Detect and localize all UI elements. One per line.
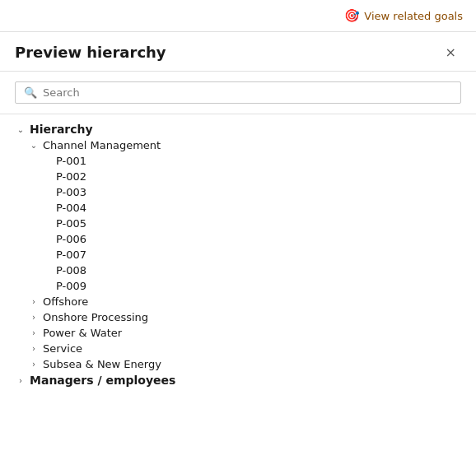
tree-node-row-service[interactable]: › Service (28, 341, 461, 356)
tree-node-label-hierarchy: Hierarchy (30, 123, 93, 136)
list-item: P-007 (41, 247, 461, 263)
list-item: P-006 (41, 231, 461, 247)
tree-node-onshore: › Onshore Processing (28, 309, 461, 325)
tree-node-row-onshore[interactable]: › Onshore Processing (28, 309, 461, 325)
search-container: 🔍 (0, 72, 476, 114)
view-related-goals-link[interactable]: 🎯 View related goals (344, 8, 463, 23)
tree-node-label-subsea: Subsea & New Energy (43, 358, 161, 370)
tree-node-label-power-water: Power & Water (43, 327, 122, 339)
chevron-subsea: › (28, 360, 40, 369)
close-button[interactable]: × (441, 44, 461, 61)
search-input[interactable] (43, 86, 452, 99)
tree-node-label-channel-management: Channel Management (43, 139, 161, 151)
view-related-goals-label: View related goals (364, 10, 463, 22)
tree-node-label-offshore: Offshore (43, 295, 88, 308)
tree-node-subsea: › Subsea & New Energy (28, 356, 461, 372)
chevron-hierarchy: ⌄ (15, 125, 26, 134)
goal-icon: 🎯 (344, 8, 360, 23)
tree-node-power-water: › Power & Water (28, 325, 461, 341)
panel-header: Preview hierarchy × (0, 32, 476, 72)
tree-node-label-managers: Managers / employees (30, 374, 175, 387)
list-item: P-009 (41, 278, 461, 294)
chevron-offshore: › (28, 297, 40, 306)
tree-node-row-channel-management[interactable]: ⌄ Channel Management (28, 137, 461, 153)
tree-node-row-managers[interactable]: › Managers / employees (15, 372, 461, 388)
tree-children-channel-management: P-001 P-002 P-003 P-004 P-005 P-006 P-00… (41, 153, 461, 294)
chevron-managers: › (15, 376, 26, 385)
tree-node-offshore: › Offshore (28, 294, 461, 309)
chevron-service: › (28, 344, 40, 353)
tree-children-hierarchy: ⌄ Channel Management P-001 P-002 P-003 P… (28, 137, 461, 372)
list-item: P-004 (41, 200, 461, 216)
list-item: P-005 (41, 216, 461, 231)
tree-node-hierarchy: ⌄ Hierarchy ⌄ Channel Management P-001 P… (15, 121, 461, 372)
list-item: P-008 (41, 263, 461, 278)
list-item: P-002 (41, 169, 461, 184)
tree-node-label-service: Service (43, 342, 82, 355)
list-item: P-001 (41, 153, 461, 169)
tree-node-managers: › Managers / employees (15, 372, 461, 388)
tree-node-row-subsea[interactable]: › Subsea & New Energy (28, 356, 461, 372)
tree-container: ⌄ Hierarchy ⌄ Channel Management P-001 P… (0, 114, 476, 465)
tree-node-service: › Service (28, 341, 461, 356)
chevron-power-water: › (28, 328, 40, 337)
search-icon: 🔍 (24, 86, 37, 99)
list-item: P-003 (41, 184, 461, 200)
chevron-onshore: › (28, 313, 40, 322)
tree-node-row-hierarchy[interactable]: ⌄ Hierarchy (15, 121, 461, 137)
chevron-channel-management: ⌄ (28, 141, 40, 150)
panel-title: Preview hierarchy (15, 44, 166, 61)
tree-node-row-power-water[interactable]: › Power & Water (28, 325, 461, 341)
tree-node-row-offshore[interactable]: › Offshore (28, 294, 461, 309)
top-bar: 🎯 View related goals (0, 0, 476, 32)
tree-node-label-onshore: Onshore Processing (43, 311, 148, 323)
search-wrapper: 🔍 (15, 81, 461, 104)
tree-node-channel-management: ⌄ Channel Management P-001 P-002 P-003 P… (28, 137, 461, 294)
